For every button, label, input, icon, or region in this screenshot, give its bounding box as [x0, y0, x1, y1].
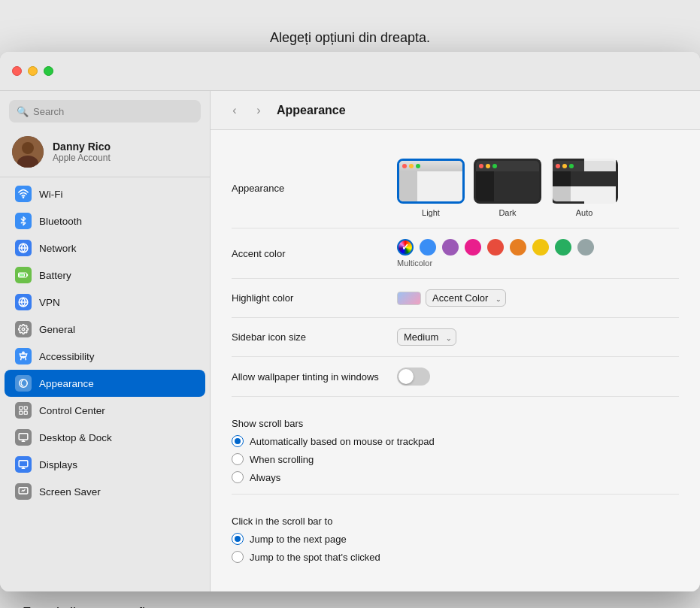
scroll-always-radio[interactable]	[232, 471, 244, 483]
avatar	[12, 136, 44, 168]
traffic-lights	[12, 66, 53, 76]
appearance-label-light: Light	[422, 208, 440, 217]
svg-point-12	[23, 352, 24, 353]
accent-red[interactable]	[487, 239, 504, 256]
accent-color-label: Accent color	[232, 248, 397, 259]
highlight-control: Accent Color	[397, 289, 506, 307]
scroll-bars-section: Show scroll bars Automatically based on …	[232, 397, 679, 495]
sidebar-label-control-center: Control Center	[39, 405, 105, 416]
highlight-color-select[interactable]: Accent Color	[426, 289, 506, 307]
sidebar-item-vpn[interactable]: VPN	[5, 289, 205, 316]
search-input[interactable]	[33, 106, 193, 117]
accent-color-row: Accent color	[232, 228, 679, 279]
appearance-label-auto: Auto	[576, 208, 593, 217]
sidebar-label-appearance: Appearance	[39, 378, 94, 389]
sidebar-label-general: General	[39, 324, 75, 335]
accent-graphite[interactable]	[577, 239, 594, 256]
scroll-bars-label: Show scroll bars	[232, 407, 303, 435]
svg-point-11	[22, 328, 25, 331]
sidebar-item-control-center[interactable]: Control Center	[5, 397, 205, 424]
appearance-options: Light	[397, 159, 618, 217]
battery-icon	[15, 267, 32, 283]
accent-pink[interactable]	[465, 239, 481, 256]
forward-button[interactable]: ›	[250, 101, 268, 119]
svg-rect-14	[20, 407, 23, 410]
click-next-page-option[interactable]: Jump to the next page	[232, 533, 380, 545]
svg-rect-8	[20, 274, 25, 277]
accent-multicolor[interactable]	[397, 239, 414, 256]
sidebar-label-wifi: Wi-Fi	[39, 189, 62, 200]
appearance-label-dark: Dark	[498, 208, 516, 217]
search-bar[interactable]: 🔍	[9, 100, 201, 123]
svg-point-13	[20, 380, 28, 388]
svg-rect-16	[20, 411, 23, 414]
click-spot-option[interactable]: Jump to the spot that's clicked	[232, 551, 380, 563]
appearance-preview-auto	[550, 159, 618, 204]
click-spot-label: Jump to the spot that's clicked	[250, 552, 380, 563]
control-center-icon	[15, 402, 32, 419]
appearance-option-light[interactable]: Light	[397, 159, 465, 217]
sidebar-item-battery[interactable]: Battery	[5, 262, 205, 289]
accent-green[interactable]	[555, 239, 571, 256]
accent-blue[interactable]	[420, 239, 436, 256]
svg-rect-18	[19, 434, 28, 440]
sidebar-item-appearance[interactable]: Appearance	[5, 370, 205, 397]
click-next-page-label: Jump to the next page	[250, 534, 347, 545]
annotation-bottom: Faceți clic pe o configurare din bara la…	[23, 603, 184, 608]
scroll-always-label: Always	[250, 472, 280, 483]
annotation-top: Alegeți opțiuni din dreapta.	[270, 30, 430, 46]
scroll-scrolling-label: When scrolling	[250, 454, 314, 465]
appearance-mode-row: Appearance	[232, 148, 679, 228]
scroll-always-option[interactable]: Always	[232, 471, 435, 483]
sidebar-label-desktop-dock: Desktop & Dock	[39, 432, 112, 443]
user-name: Danny Rico	[53, 141, 111, 153]
sidebar-item-desktop-dock[interactable]: Desktop & Dock	[5, 424, 205, 451]
sidebar-item-accessibility[interactable]: Accessibility	[5, 343, 205, 370]
back-button[interactable]: ‹	[226, 101, 244, 119]
appearance-preview-dark	[474, 159, 541, 204]
appearance-option-dark[interactable]: Dark	[474, 159, 541, 217]
svg-point-3	[23, 197, 23, 198]
maximize-button[interactable]	[44, 66, 53, 76]
minimize-button[interactable]	[28, 66, 38, 76]
search-icon: 🔍	[17, 106, 29, 117]
accent-yellow[interactable]	[532, 239, 549, 256]
sidebar-item-bluetooth[interactable]: Bluetooth	[5, 207, 205, 234]
titlebar	[0, 52, 700, 91]
click-scroll-label: Click in the scroll bar to	[232, 505, 332, 533]
accent-orange[interactable]	[510, 239, 526, 256]
main-content: ‹ › Appearance Appearance	[211, 91, 700, 591]
appearance-mode-control: Light	[397, 159, 679, 217]
click-spot-radio[interactable]	[232, 551, 244, 563]
wallpaper-tinting-label: Allow wallpaper tinting in windows	[232, 371, 397, 383]
accent-purple[interactable]	[442, 239, 459, 256]
wifi-icon	[15, 186, 32, 202]
user-subtitle: Apple Account	[53, 153, 111, 163]
wallpaper-tinting-control	[397, 368, 679, 386]
sidebar-label-screen-saver: Screen Saver	[39, 486, 101, 498]
sidebar-item-wifi[interactable]: Wi-Fi	[5, 180, 205, 207]
scroll-scrolling-radio[interactable]	[232, 453, 244, 465]
wallpaper-tinting-toggle[interactable]	[397, 368, 430, 386]
user-profile[interactable]: Danny Rico Apple Account	[0, 129, 210, 177]
sidebar-label-displays: Displays	[39, 459, 77, 470]
close-button[interactable]	[12, 66, 22, 76]
highlight-color-control: Accent Color	[397, 289, 679, 307]
sidebar-item-network[interactable]: Network	[5, 234, 205, 262]
bluetooth-icon	[15, 213, 32, 229]
scroll-auto-option[interactable]: Automatically based on mouse or trackpad	[232, 435, 435, 447]
sidebar-item-general[interactable]: General	[5, 316, 205, 343]
desktop-dock-icon	[15, 429, 32, 446]
appearance-option-auto[interactable]: Auto	[550, 159, 618, 217]
sidebar-item-displays[interactable]: Displays	[5, 451, 205, 478]
sidebar-icon-size-label: Sidebar icon size	[232, 331, 397, 343]
sidebar-label-network: Network	[39, 243, 77, 254]
sidebar-item-screen-saver[interactable]: Screen Saver	[5, 478, 205, 505]
sidebar-icon-size-select[interactable]: Medium	[397, 328, 456, 346]
scroll-scrolling-option[interactable]: When scrolling	[232, 453, 435, 465]
content-area: 🔍 Danny Rico Ap	[0, 91, 700, 591]
click-next-page-radio[interactable]	[232, 533, 244, 545]
appearance-mode-label: Appearance	[232, 183, 397, 194]
scroll-auto-radio[interactable]	[232, 435, 244, 447]
accent-colors: Multicolor	[397, 239, 594, 268]
